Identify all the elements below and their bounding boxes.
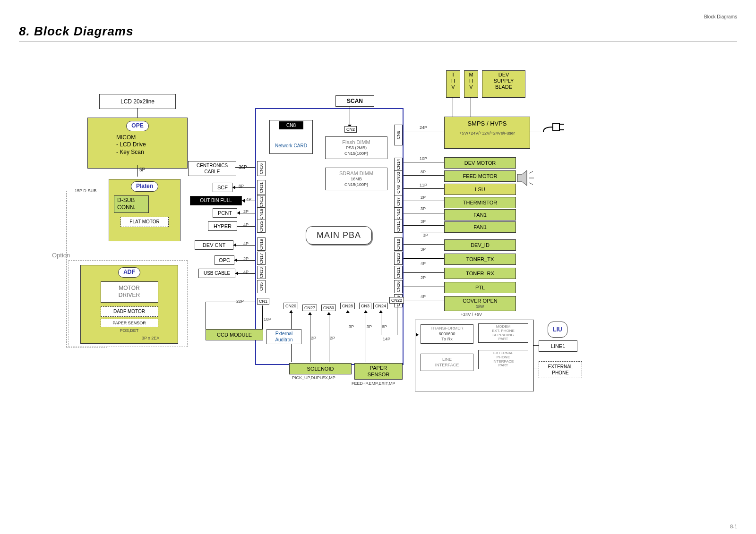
- fan1b: FAN1: [444, 221, 516, 233]
- paper-sensor: PAPERSENSOR: [354, 363, 403, 380]
- paper-sensor-sub: FEED+P.EMP,EXIT,MP: [352, 381, 395, 386]
- thv: T H V: [446, 70, 460, 98]
- ext-phone-int: EXTERNAL PHONE INTERFACE PART: [478, 350, 528, 369]
- cn1: CN1: [257, 298, 269, 305]
- cnb-3: CN28: [340, 303, 355, 309]
- ope-pill: OPE: [126, 121, 148, 131]
- cn-l-3: CN19: [257, 207, 266, 220]
- diagram-stage: MAIN PBA LCD 20x2line OPE MICOM - LCD Dr…: [19, 51, 728, 476]
- ope-key-scan: - Key Scan: [116, 149, 187, 156]
- external-phone: EXTERNAL PHONE: [539, 361, 582, 378]
- solenoid-sub: PICK_UP,DUPLEX,MP: [292, 375, 335, 380]
- feed-motor: FEED MOTOR: [444, 170, 516, 182]
- cn-r-2: CN33: [394, 170, 403, 184]
- cnb-2: CN30: [321, 305, 336, 311]
- dev-supply: DEV SUPPLY BLADE: [482, 70, 525, 98]
- motor-driver: MOTORDRIVER: [101, 281, 158, 303]
- line1: LINE1: [539, 340, 577, 352]
- plug-icon: [539, 118, 567, 136]
- toner-tx: TONER_TX: [444, 254, 516, 265]
- adf-3p: 3P x 2EA: [142, 336, 159, 340]
- cnb-4: CN3: [359, 303, 371, 309]
- dev-cnt: DEV CNT: [195, 240, 233, 250]
- cn2: CN2: [344, 126, 357, 133]
- dev-id: DEV_ID: [444, 239, 516, 251]
- cn-r-0: CN6: [394, 125, 403, 145]
- thermistor: THERMISTOR: [444, 197, 516, 208]
- fan1a: FAN1: [444, 209, 516, 220]
- ope-lcd-drive: - LCD Drive: [116, 141, 187, 149]
- cn-l-2: CN12: [257, 195, 266, 208]
- scf: SCF: [213, 183, 232, 192]
- modem-part: MODEM EXT. PHONE SEPRATING PART: [478, 323, 528, 343]
- platen-panel: Platen D-SUBCONN. FLAT MOTOR: [109, 179, 180, 241]
- ope-pin: 5P: [139, 167, 145, 172]
- cnb-5: CN24: [373, 303, 388, 309]
- page-title: 8. Block Diagrams: [19, 24, 737, 42]
- toner-rx: TONER_RX: [444, 268, 516, 279]
- cn8-label: CN8: [279, 121, 303, 129]
- lcd-box: LCD 20x2line: [99, 94, 176, 109]
- cn-r-10: CN26: [394, 280, 403, 293]
- solenoid: SOLENOID: [289, 363, 352, 374]
- liu-pill-box: LIU: [539, 322, 576, 335]
- option-label: Option: [52, 252, 70, 259]
- dsub-conn: D-SUBCONN.: [114, 195, 149, 213]
- network-card: Network CARD: [270, 143, 312, 149]
- cn-l-7: CN13: [257, 266, 266, 279]
- cn-r-1: CN14: [394, 158, 403, 171]
- paper-sensor-adf: PAPER SENSOR: [101, 319, 158, 327]
- speaker-icon: [515, 169, 539, 187]
- cnb-1: CN27: [302, 305, 317, 311]
- cn-r-8: CN23: [394, 252, 403, 265]
- header-corner: Block Diagrams: [19, 14, 737, 19]
- dev-motor: DEV MOTOR: [444, 157, 516, 169]
- smps-hvps: SMPS / HVPS +5V/+24V/+12V/+24Vs/Fuser: [444, 117, 530, 149]
- pcnt: PCNT: [213, 208, 237, 218]
- adf-panel: ADF MOTORDRIVER DADF MOTOR PAPER SENSOR …: [80, 265, 178, 344]
- cn-r-5: CN10: [394, 207, 403, 220]
- transformer: TRANSFORMER600//600Tx Rx: [421, 324, 473, 344]
- lsu: LSU: [444, 184, 516, 195]
- cn-l-8: CN5: [257, 280, 266, 293]
- cn8-box: CN8 Network CARD: [269, 120, 313, 154]
- cn-l-5: CN19: [257, 237, 266, 251]
- scan-box: SCAN: [335, 95, 374, 107]
- ccd-module: CCD MODULE: [206, 329, 263, 340]
- cn-l-1: CN31: [257, 180, 266, 195]
- flash-dimm: Flash DIMM PS3 (2MB) CN15(100P): [325, 136, 387, 159]
- cn-r-6: CN11: [394, 220, 403, 233]
- ext-auditron: ExternalAuditron: [266, 329, 301, 344]
- cn-l-6: CN17: [257, 252, 266, 265]
- opc: OPC: [215, 255, 234, 265]
- cn-l-4: CN25: [257, 220, 266, 233]
- dadf-motor: DADF MOTOR: [101, 306, 158, 317]
- cn-r-9: CN21: [394, 266, 403, 279]
- cn-l-0: CN16: [257, 161, 266, 176]
- cover-sub: +24V / +5V: [461, 312, 482, 317]
- flat-motor: FLAT MOTOR: [120, 217, 169, 227]
- main-pba-label: MAIN PBA: [306, 226, 372, 245]
- ope-micom: MICOM: [116, 134, 187, 142]
- liu-pill: LIU: [548, 322, 567, 338]
- usb-cable: USB CABLE: [198, 269, 235, 278]
- platen-pill: Platen: [131, 181, 158, 192]
- mhv: M H V: [464, 70, 478, 98]
- out-bin-full: OUT BIN FULL: [190, 196, 242, 205]
- posdet: POS,DET: [81, 328, 178, 334]
- line-interface: LINE INTERFACE: [421, 354, 473, 371]
- cnb-6: CN22: [389, 297, 404, 304]
- ptl: PTL: [444, 282, 516, 293]
- centronics: CENTRONICS CABLE: [188, 161, 236, 176]
- cn-r-3: CN8: [394, 183, 403, 196]
- ope-panel: OPE MICOM - LCD Drive - Key Scan: [87, 118, 188, 169]
- cover-open: COVER OPENS/W: [444, 296, 516, 311]
- cn-r-7: CN18: [394, 237, 403, 251]
- cnb-0: CN20: [284, 303, 298, 309]
- cn-r-4: CN7: [394, 195, 403, 208]
- sdram-dimm: SDRAM DIMM 16MB CN15(100P): [325, 168, 387, 190]
- hyper: HYPER: [208, 221, 237, 231]
- adf-pill: ADF: [118, 267, 140, 278]
